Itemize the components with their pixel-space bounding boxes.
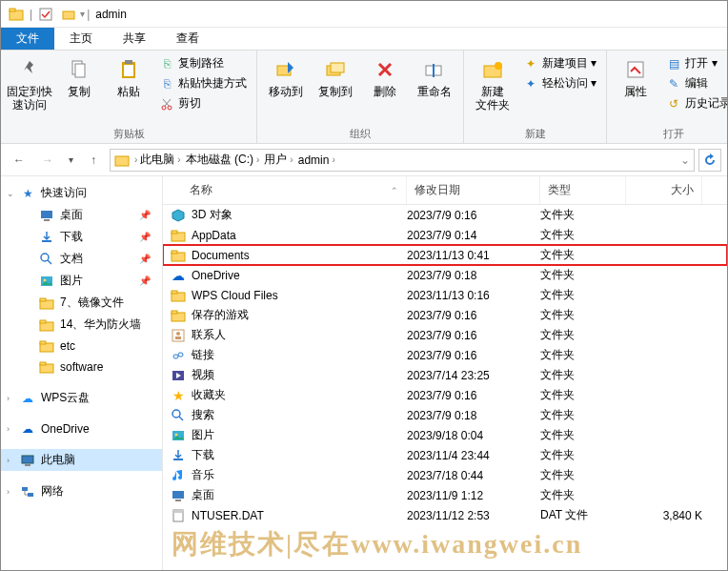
cut-button[interactable]: 剪切 (155, 94, 251, 112)
tab-home[interactable]: 主页 (54, 28, 108, 50)
nav-this-pc[interactable]: ›此电脑 (1, 449, 162, 471)
edit-button[interactable]: ✎编辑 (662, 74, 728, 92)
svg-rect-50 (178, 353, 183, 357)
svg-point-23 (41, 254, 49, 261)
file-row[interactable]: NTUSER.DAT 2023/11/12 2:53 DAT 文件 3,840 … (163, 505, 727, 525)
new-item-button[interactable]: ✦新建项目 ▾ (519, 54, 600, 72)
crumb-users[interactable]: 用户› (264, 152, 295, 168)
file-row[interactable]: 联系人 2023/7/9 0:16 文件夹 (163, 325, 727, 345)
file-type: 文件夹 (540, 427, 626, 443)
nav-item[interactable]: 文档📌 (1, 248, 162, 270)
nav-item[interactable]: etc (1, 336, 162, 357)
star-icon: ★ (20, 186, 35, 201)
tab-file[interactable]: 文件 (1, 28, 54, 50)
file-date: 2023/9/18 0:04 (407, 429, 540, 442)
nav-item[interactable]: 图片📌 (1, 270, 162, 292)
recent-dropdown[interactable]: ▾ (64, 148, 77, 173)
rename-button[interactable]: 重命名 (412, 52, 457, 98)
up-button[interactable]: ↑ (81, 148, 106, 173)
file-date: 2023/7/9 0:14 (407, 229, 540, 242)
shortcut-icon: ⎘ (159, 76, 174, 92)
file-date: 2023/11/4 23:44 (407, 449, 540, 462)
col-name[interactable]: 名称⌃ (163, 176, 407, 204)
file-icon (171, 468, 186, 483)
file-row[interactable]: WPS Cloud Files 2023/11/13 0:16 文件夹 (163, 285, 727, 305)
nav-item-icon (39, 252, 54, 267)
easy-access-button[interactable]: ✦轻松访问 ▾ (519, 74, 600, 92)
address-bar[interactable]: ›此电脑› 本地磁盘 (C:)› 用户› admin› ⌄ (110, 149, 695, 172)
nav-item[interactable]: software (1, 357, 162, 377)
checkbox-icon[interactable] (38, 7, 53, 22)
col-type[interactable]: 类型 (540, 176, 626, 204)
copyto-button[interactable]: 复制到 (313, 52, 358, 98)
nav-item[interactable]: 桌面📌 (1, 204, 162, 226)
paste-button[interactable]: 粘贴 (106, 52, 152, 98)
file-row[interactable]: AppData 2023/7/9 0:14 文件夹 (163, 225, 727, 245)
tab-share[interactable]: 共享 (108, 28, 161, 50)
file-name: WPS Cloud Files (192, 289, 278, 302)
paste-shortcut-button[interactable]: ⎘粘贴快捷方式 (155, 74, 251, 92)
file-row[interactable]: ☁OneDrive 2023/7/9 0:18 文件夹 (163, 265, 727, 285)
history-button[interactable]: ↺历史记录 (662, 94, 728, 112)
copy-button[interactable]: 复制 (56, 52, 102, 98)
crumb-drive[interactable]: 本地磁盘 (C:)› (186, 152, 263, 168)
file-row[interactable]: 链接 2023/7/9 0:16 文件夹 (163, 345, 727, 365)
file-type: 文件夹 (540, 247, 626, 263)
tab-view[interactable]: 查看 (161, 28, 214, 50)
copyto-icon (322, 56, 349, 83)
properties-button[interactable]: 属性 (613, 52, 658, 98)
nav-network[interactable]: ›网络 (1, 480, 162, 502)
file-row[interactable]: 音乐 2023/7/18 0:44 文件夹 (163, 465, 727, 485)
nav-item[interactable]: 7、镜像文件 (1, 292, 162, 314)
file-row[interactable]: 图片 2023/9/18 0:04 文件夹 (163, 425, 727, 445)
new-folder-button[interactable]: 新建 文件夹 (470, 52, 516, 112)
forward-button[interactable]: → (35, 148, 60, 173)
moveto-button[interactable]: 移动到 (263, 52, 309, 98)
file-name: 桌面 (192, 487, 214, 503)
file-type: 文件夹 (540, 447, 626, 463)
delete-icon (372, 56, 398, 83)
svg-rect-8 (124, 65, 133, 76)
nav-item[interactable]: 14、华为防火墙 (1, 314, 162, 336)
file-row[interactable]: 保存的游戏 2023/7/9 0:16 文件夹 (163, 305, 727, 325)
pin-button[interactable]: 固定到快 速访问 (7, 52, 52, 112)
file-date: 2023/7/9 0:16 (407, 349, 540, 362)
file-row[interactable]: 3D 对象 2023/7/9 0:16 文件夹 (163, 205, 727, 225)
qat-dropdown[interactable]: ▾ (80, 9, 85, 19)
nav-item[interactable]: 下载📌 (1, 226, 162, 248)
nav-pane: ⌄★快速访问 桌面📌下载📌文档📌图片📌7、镜像文件14、华为防火墙etcsoft… (1, 176, 163, 571)
file-icon: ☁ (171, 268, 186, 283)
refresh-button[interactable] (698, 149, 721, 172)
delete-button[interactable]: 删除 (362, 52, 408, 98)
file-size: 3,840 K (626, 509, 702, 522)
nav-onedrive[interactable]: ›☁OneDrive (1, 418, 162, 439)
file-name: 下载 (192, 447, 214, 463)
file-type: 文件夹 (540, 467, 626, 483)
crumb-admin[interactable]: admin› (298, 153, 338, 167)
svg-point-52 (172, 410, 180, 418)
nav-item-icon (39, 208, 54, 223)
copy-path-button[interactable]: ⎘复制路径 (155, 54, 251, 72)
svg-rect-29 (40, 320, 46, 323)
col-date[interactable]: 修改日期 (407, 176, 540, 204)
file-row[interactable]: 桌面 2023/11/9 1:12 文件夹 (163, 485, 727, 505)
nav-item-icon (39, 359, 54, 375)
open-button[interactable]: ▤打开 ▾ (662, 54, 728, 72)
file-row[interactable]: ★收藏夹 2023/7/9 0:16 文件夹 (163, 385, 727, 405)
file-row[interactable]: 搜索 2023/7/9 0:18 文件夹 (163, 405, 727, 425)
file-type: 文件夹 (540, 487, 626, 503)
file-type: 文件夹 (540, 207, 626, 223)
file-type: 文件夹 (540, 327, 626, 343)
col-size[interactable]: 大小 (626, 176, 702, 204)
back-button[interactable]: ← (7, 148, 31, 173)
folder-icon (114, 153, 130, 168)
nav-wps[interactable]: ›☁WPS云盘 (1, 387, 162, 409)
address-dropdown[interactable]: ⌄ (680, 153, 690, 167)
file-row[interactable]: 下载 2023/11/4 23:44 文件夹 (163, 445, 727, 465)
file-name: 音乐 (192, 467, 214, 483)
svg-rect-15 (433, 64, 435, 77)
file-row[interactable]: 视频 2023/7/14 23:25 文件夹 (163, 365, 727, 385)
nav-quick-access[interactable]: ⌄★快速访问 (1, 182, 162, 204)
crumb-pc[interactable]: ›此电脑› (131, 152, 184, 168)
file-row[interactable]: Documents 2023/11/13 0:41 文件夹 (163, 245, 727, 265)
